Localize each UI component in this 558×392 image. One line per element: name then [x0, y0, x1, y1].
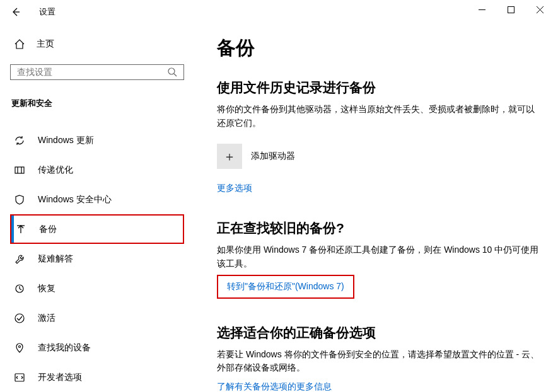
- recovery-icon: [14, 283, 25, 294]
- nav-label: 激活: [38, 313, 55, 324]
- nav-label: Windows 安全中心: [38, 194, 112, 205]
- close-button[interactable]: [525, 0, 554, 19]
- nav-item-activation[interactable]: 激活: [10, 303, 184, 333]
- nav-label: Windows 更新: [38, 135, 94, 146]
- activation-icon: [14, 313, 25, 324]
- shield-icon: [14, 194, 25, 205]
- nav-item-backup[interactable]: 备份: [10, 214, 184, 244]
- page-title: 备份: [217, 35, 540, 61]
- section2-body: 如果你使用 Windows 7 备份和还原工具创建了备份，则在 Windows …: [217, 243, 540, 270]
- search-input[interactable]: [17, 67, 167, 77]
- nav-label: 开发者选项: [38, 372, 82, 383]
- sidebar: 主页 更新和安全 Windows 更新 传递优化: [0, 24, 194, 392]
- goto-backup-restore-link[interactable]: 转到"备份和还原"(Windows 7): [227, 281, 344, 292]
- home-icon: [14, 38, 25, 50]
- section1-body: 将你的文件备份到其他驱动器，这样当原始文件丢失、受损或者被删除时，就可以还原它们…: [217, 103, 540, 130]
- learn-more-backup-link[interactable]: 了解有关备份选项的更多信息: [217, 381, 332, 392]
- nav-label: 备份: [39, 224, 57, 235]
- developer-icon: [14, 372, 25, 383]
- svg-point-5: [168, 68, 175, 74]
- nav-item-windows-security[interactable]: Windows 安全中心: [10, 185, 184, 214]
- search-box[interactable]: [10, 64, 184, 80]
- home-link[interactable]: 主页: [10, 35, 184, 53]
- svg-rect-2: [508, 6, 514, 13]
- nav-item-delivery-optimization[interactable]: 传递优化: [10, 155, 184, 185]
- backup-icon: [15, 224, 26, 235]
- section3-heading: 选择适合你的正确备份选项: [217, 324, 540, 342]
- nav-item-windows-update[interactable]: Windows 更新: [10, 125, 184, 155]
- delivery-icon: [14, 164, 25, 176]
- nav-list: Windows 更新 传递优化 Windows 安全中心 备份: [10, 125, 184, 392]
- section3-body: 若要让 Windows 将你的文件备份到安全的位置，请选择希望放置文件的位置 -…: [217, 348, 540, 375]
- minimize-button[interactable]: [467, 0, 496, 19]
- titlebar: 设置: [0, 0, 558, 24]
- troubleshoot-icon: [14, 253, 25, 265]
- svg-point-11: [15, 314, 24, 323]
- home-label: 主页: [37, 38, 54, 50]
- svg-point-12: [19, 345, 21, 347]
- nav-item-troubleshoot[interactable]: 疑难解答: [10, 244, 184, 274]
- nav-label: 疑难解答: [38, 253, 73, 265]
- back-button[interactable]: [9, 5, 23, 19]
- svg-line-6: [174, 74, 177, 76]
- nav-item-recovery[interactable]: 恢复: [10, 274, 184, 303]
- nav-item-developer[interactable]: 开发者选项: [10, 362, 184, 392]
- section2-heading: 正在查找较旧的备份?: [217, 219, 540, 237]
- sync-icon: [14, 135, 25, 146]
- add-drive-label: 添加驱动器: [251, 151, 295, 162]
- search-icon: [167, 67, 177, 77]
- nav-item-find-my-device[interactable]: 查找我的设备: [10, 333, 184, 362]
- maximize-button[interactable]: [496, 0, 525, 19]
- more-options-link[interactable]: 更多选项: [217, 183, 252, 194]
- svg-rect-7: [15, 167, 24, 173]
- nav-label: 查找我的设备: [38, 342, 91, 354]
- plus-icon: ＋: [217, 144, 242, 169]
- nav-label: 传递优化: [38, 164, 73, 176]
- add-drive-button[interactable]: ＋ 添加驱动器: [217, 144, 540, 169]
- section1-heading: 使用文件历史记录进行备份: [217, 79, 540, 96]
- main-content: 备份 使用文件历史记录进行备份 将你的文件备份到其他驱动器，这样当原始文件丢失、…: [194, 24, 558, 392]
- section-label: 更新和安全: [10, 98, 184, 109]
- window-title: 设置: [39, 6, 55, 18]
- location-icon: [14, 342, 25, 354]
- nav-label: 恢复: [38, 283, 55, 294]
